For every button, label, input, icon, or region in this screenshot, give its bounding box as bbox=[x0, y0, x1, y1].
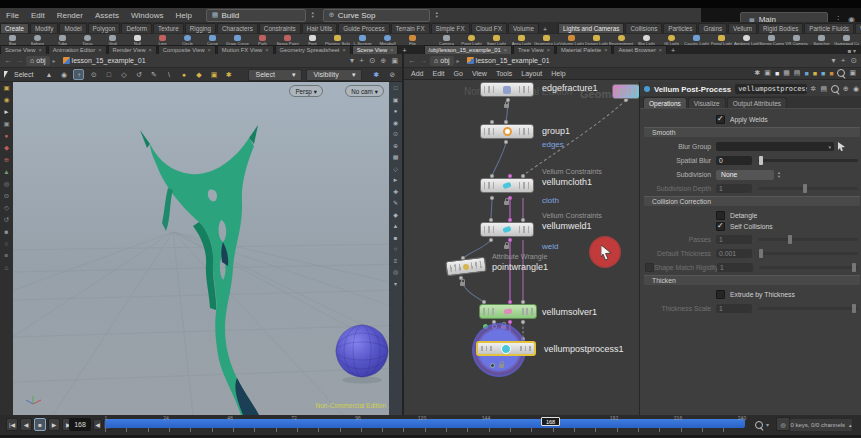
link-icon[interactable]: ⊕ bbox=[381, 57, 387, 65]
path-node-chip[interactable]: lesson_15_example_01 bbox=[463, 56, 554, 66]
color-palette-icon[interactable]: ■ bbox=[813, 70, 817, 77]
close-icon[interactable]: × bbox=[98, 47, 101, 53]
shelf-tab-vellum[interactable]: Vellum bbox=[728, 23, 757, 33]
select-edges-icon[interactable]: ◆ bbox=[193, 69, 204, 80]
chevron-down-icon[interactable]: ▾ bbox=[350, 56, 354, 65]
tool-icon[interactable]: ■ bbox=[394, 235, 398, 241]
visibility-dropdown[interactable]: Visibility▾ bbox=[306, 69, 362, 81]
prev-keyframe-button[interactable]: ◀ bbox=[93, 419, 102, 430]
default-thickness-slider[interactable] bbox=[758, 252, 858, 255]
tool-icon[interactable]: ◇ bbox=[393, 166, 398, 172]
shelf-tab-create[interactable]: Create bbox=[0, 23, 29, 33]
shelf-tab-simple-fx[interactable]: Simple FX bbox=[431, 23, 470, 33]
path-obj-chip[interactable]: ⌂obj bbox=[26, 56, 50, 66]
toggle-icon[interactable]: ⊘ bbox=[387, 69, 398, 80]
pane-tab-tree-view[interactable]: Tree View× bbox=[513, 45, 555, 54]
pane-layout-icons[interactable]: ■ ▾ bbox=[848, 47, 861, 54]
node-edgefracture1[interactable] bbox=[480, 82, 534, 97]
shelf-tab-particle-fluids[interactable]: Particle Fluids bbox=[804, 23, 854, 33]
menu-layout[interactable]: Layout bbox=[521, 70, 542, 77]
pose-icon[interactable]: ◉ bbox=[58, 69, 69, 80]
box-select-icon[interactable]: ◇ bbox=[118, 69, 129, 80]
snap-icon[interactable]: ✱ bbox=[371, 69, 382, 80]
tool-icon[interactable]: ► bbox=[393, 177, 399, 183]
shelf-tab-texture[interactable]: Texture bbox=[153, 23, 184, 33]
shape-match-field[interactable]: 1 bbox=[717, 263, 753, 272]
select-mode-dropdown[interactable]: Select▾ bbox=[248, 69, 302, 81]
select-all-icon[interactable]: ✱ bbox=[223, 69, 234, 80]
key-button[interactable]: ◎ bbox=[776, 417, 790, 431]
pane-tab-network[interactable]: /obj/lesson_15_example_01× bbox=[424, 45, 512, 54]
thickness-scale-field[interactable]: 1 bbox=[716, 304, 752, 313]
rotate-icon[interactable]: ⊙ bbox=[88, 69, 99, 80]
close-icon[interactable]: × bbox=[208, 47, 211, 53]
section-collision-correction[interactable]: Collision Correction bbox=[644, 196, 860, 206]
pane-tab-scene-view-1[interactable]: Scene View× bbox=[0, 45, 47, 54]
shelf-tab-polygon[interactable]: Polygon bbox=[88, 23, 121, 33]
section-smooth[interactable]: Smooth bbox=[644, 127, 860, 137]
pick-arrow-icon[interactable] bbox=[838, 142, 846, 151]
menu-go[interactable]: Go bbox=[454, 70, 463, 77]
node-label[interactable]: pointwrangle1 bbox=[492, 262, 548, 272]
node-group1[interactable] bbox=[480, 124, 534, 139]
shelf-tab-rigid-bodies[interactable]: Rigid Bodies bbox=[758, 23, 803, 33]
spinner-icon[interactable]: ▲▼ bbox=[777, 171, 781, 179]
tab-operations[interactable]: Operations bbox=[643, 97, 687, 108]
menu-edit[interactable]: Edit bbox=[25, 11, 51, 20]
shelf-tab-rigging[interactable]: Rigging bbox=[185, 23, 216, 33]
add-view-icon[interactable]: + bbox=[359, 56, 364, 65]
tool-icon[interactable]: ⊕ bbox=[4, 157, 9, 163]
shape-match-slider[interactable] bbox=[759, 266, 858, 269]
shelf-tab-lights-cameras[interactable]: Lights and Cameras bbox=[558, 23, 624, 33]
tool-icon[interactable]: ≡ bbox=[5, 253, 9, 259]
translate-icon[interactable]: ＋ bbox=[73, 69, 84, 80]
tool-icon[interactable]: ◎ bbox=[393, 269, 398, 275]
menu-help[interactable]: Help bbox=[551, 70, 565, 77]
tool-icon[interactable]: ▣ bbox=[3, 85, 9, 91]
shelf-tab-grains[interactable]: Grains bbox=[698, 23, 727, 33]
extrude-checkbox[interactable] bbox=[716, 290, 725, 299]
pane-tab-add-icon[interactable]: + bbox=[399, 47, 409, 54]
shelf-tab-model[interactable]: Model bbox=[59, 23, 86, 33]
shelf-tab-collisions[interactable]: Collisions bbox=[625, 23, 662, 33]
menu-add[interactable]: Add bbox=[411, 70, 423, 77]
back-icon[interactable]: ← bbox=[408, 56, 416, 65]
gear-icon[interactable]: ✲ bbox=[811, 85, 817, 93]
tool-icon[interactable]: ■ bbox=[5, 229, 9, 235]
maximize-icon[interactable]: ▣ bbox=[391, 57, 398, 65]
spatial-blur-field[interactable]: 0 bbox=[716, 156, 752, 165]
tool-icon[interactable]: ○ bbox=[394, 246, 398, 252]
view-menu-pill[interactable]: Persp▾ bbox=[289, 85, 323, 97]
tool-icon[interactable]: ▲ bbox=[393, 223, 399, 229]
path-node-chip[interactable]: lesson_15_example_01 bbox=[59, 56, 150, 66]
display-flag-icon[interactable]: ■ bbox=[775, 70, 779, 77]
close-icon[interactable]: × bbox=[659, 47, 662, 53]
lock-icon[interactable]: ▣ bbox=[393, 97, 399, 103]
menu-windows[interactable]: Windows bbox=[125, 11, 169, 20]
shelf-tab-hair-utils[interactable]: Hair Utils bbox=[302, 23, 338, 33]
shelf-tab-add-icon[interactable]: + bbox=[540, 26, 550, 33]
tool-icon[interactable]: ≡ bbox=[394, 258, 398, 264]
tab-visualize[interactable]: Visualize bbox=[688, 97, 726, 108]
current-tool-selector[interactable]: ⊕ Curve Sop bbox=[323, 9, 430, 22]
chevron-down-icon[interactable]: ▾ bbox=[832, 56, 836, 65]
search-icon[interactable] bbox=[837, 69, 845, 77]
node-label[interactable]: group1 bbox=[542, 126, 570, 136]
search-icon[interactable] bbox=[831, 85, 839, 93]
shape-match-checkbox[interactable] bbox=[645, 263, 654, 272]
passes-field[interactable]: 1 bbox=[716, 235, 752, 244]
laser-icon[interactable]: \ bbox=[163, 69, 174, 80]
node-vellumweld1[interactable] bbox=[480, 222, 534, 237]
image-icon[interactable]: ▣ bbox=[849, 69, 856, 77]
tool-icon[interactable]: ● bbox=[394, 108, 398, 114]
spinner-icon[interactable]: ▲▼ bbox=[435, 11, 439, 19]
shelf-tab-volume[interactable]: Volume bbox=[508, 23, 539, 33]
current-frame-field[interactable]: 168 bbox=[69, 418, 91, 431]
tool-icon[interactable]: ◆ bbox=[393, 212, 398, 218]
forward-icon[interactable]: → bbox=[15, 56, 23, 65]
menu-assets[interactable]: Assets bbox=[89, 11, 125, 20]
tool-icon[interactable]: ◇ bbox=[4, 205, 9, 211]
pane-tab-motion-fx-view[interactable]: Motion FX View× bbox=[217, 45, 274, 54]
close-icon[interactable]: × bbox=[390, 47, 393, 53]
menu-file[interactable]: File bbox=[0, 11, 25, 20]
